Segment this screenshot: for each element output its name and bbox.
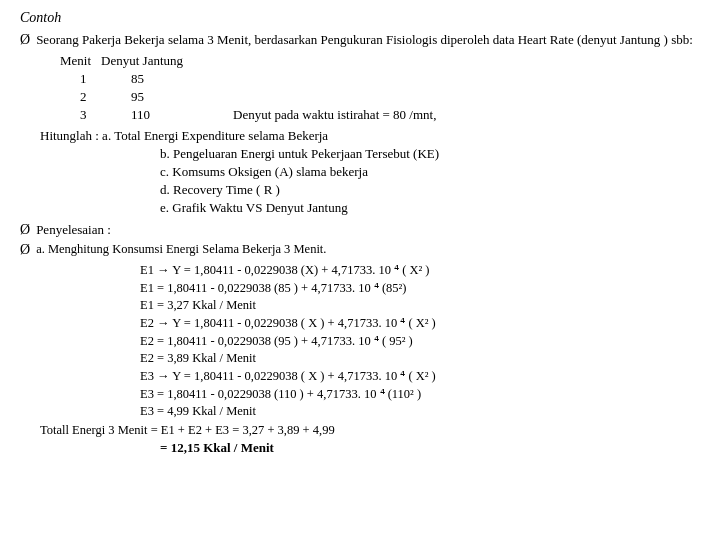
total-block: Totall Energi 3 Menit = E1 + E2 + E3 = 3… [40, 423, 700, 456]
penyelesaian-row: Ø Penyelesaian : [20, 222, 700, 238]
formula-block: E1 → Y = 1,80411 - 0,0229038 (X) + 4,717… [140, 262, 700, 419]
hitunglah-prefix: Hitunglah : [40, 128, 102, 143]
intro-block: Ø Seorang Pakerja Bekerja selama 3 Menit… [20, 32, 700, 48]
a-label-row: Ø a. Menghitung Konsumsi Energi Selama B… [20, 242, 700, 258]
hitunglah-c: c. Komsums Oksigen (A) slama bekerja [160, 164, 368, 179]
total-line: Totall Energi 3 Menit = E1 + E2 + E3 = 3… [40, 423, 700, 438]
col-denyut-header: Denyut Jantung [101, 52, 193, 70]
row3-menit: 3 [60, 106, 101, 124]
hitunglah-e-row: e. Grafik Waktu VS Denyut Jantung [160, 200, 700, 216]
e1-arrow-line: E1 → Y = 1,80411 - 0,0229038 (X) + 4,717… [140, 262, 700, 278]
hitunglah-d: d. Recovery Time ( R ) [160, 182, 280, 197]
hitunglah-a-row: Hitunglah : a. Total Energi Expenditure … [40, 128, 700, 144]
hitunglah-a: a. Total Energi Expenditure selama Beker… [102, 128, 328, 143]
total-result-row: = 12,15 Kkal / Menit [160, 440, 700, 456]
heart-rate-table-area: Menit Denyut Jantung 1 85 2 95 3 110 Den… [60, 52, 700, 124]
e2-1-line: E2 = 1,80411 - 0,0229038 (95 ) + 4,71733… [140, 333, 700, 349]
row2-menit: 2 [60, 88, 101, 106]
hitunglah-c-row: c. Komsums Oksigen (A) slama bekerja [160, 164, 700, 180]
hitunglah-b-row: b. Pengeluaran Energi untuk Pekerjaan Te… [160, 146, 700, 162]
row3-extra: Denyut pada waktu istirahat = 80 /mnt, [193, 106, 446, 124]
bullet-oe-2: Ø [20, 222, 30, 238]
e1-1-line: E1 = 1,80411 - 0,0229038 (85 ) + 4,71733… [140, 280, 700, 296]
e3-arrow-line: E3 → Y = 1,80411 - 0,0229038 ( X ) + 4,7… [140, 368, 700, 384]
row2-denyut: 95 [101, 88, 193, 106]
e2-arrow-line: E2 → Y = 1,80411 - 0,0229038 ( X ) + 4,7… [140, 315, 700, 331]
e1-2-line: E1 = 3,27 Kkal / Menit [140, 298, 700, 313]
intro-text: Seorang Pakerja Bekerja selama 3 Menit, … [36, 32, 693, 48]
e3-2-line: E3 = 4,99 Kkal / Menit [140, 404, 700, 419]
hitunglah-d-row: d. Recovery Time ( R ) [160, 182, 700, 198]
total-result: = 12,15 Kkal / Menit [160, 440, 274, 455]
row1-denyut: 85 [101, 70, 193, 88]
e3-1-line: E3 = 1,80411 - 0,0229038 (110 ) + 4,7173… [140, 386, 700, 402]
penyelesaian-label: Penyelesaian : [36, 222, 111, 238]
section-title: Contoh [20, 10, 700, 26]
row3-denyut: 110 [101, 106, 193, 124]
row1-menit: 1 [60, 70, 101, 88]
bullet-oe-3: Ø [20, 242, 30, 258]
col-menit-header: Menit [60, 52, 101, 70]
heart-rate-table: Menit Denyut Jantung 1 85 2 95 3 110 Den… [60, 52, 446, 124]
e2-2-line: E2 = 3,89 Kkal / Menit [140, 351, 700, 366]
bullet-oe: Ø [20, 32, 30, 48]
hitunglah-e: e. Grafik Waktu VS Denyut Jantung [160, 200, 348, 215]
hitunglah-block: Hitunglah : a. Total Energi Expenditure … [40, 128, 700, 216]
a-label: a. Menghitung Konsumsi Energi Selama Bek… [36, 242, 326, 257]
hitunglah-b: b. Pengeluaran Energi untuk Pekerjaan Te… [160, 146, 439, 161]
